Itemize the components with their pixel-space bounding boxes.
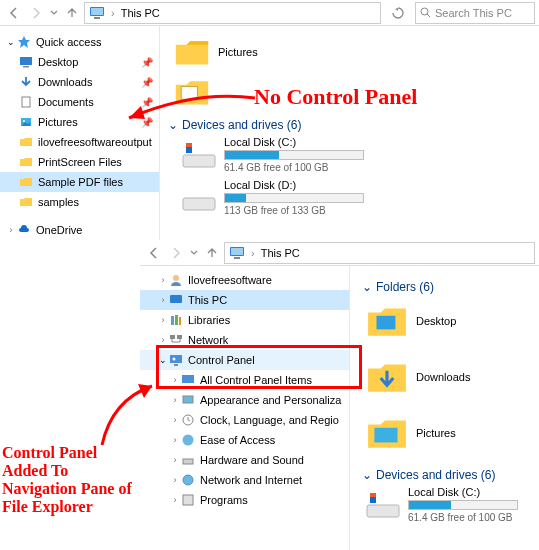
drive-item-c[interactable]: Local Disk (C:) 61.4 GB free of 100 GB: [182, 136, 535, 173]
nav-item-desktop[interactable]: Desktop📌: [0, 52, 159, 72]
svg-rect-6: [20, 57, 32, 65]
nav-item-appearance[interactable]: ›Appearance and Personaliza: [140, 390, 349, 410]
folder-large-icon: [366, 412, 408, 454]
nav-item-downloads[interactable]: Downloads📌: [0, 72, 159, 92]
svg-rect-2: [94, 17, 100, 19]
drive-item-c[interactable]: Local Disk (C:) 61.4 GB free of 100 GB: [366, 486, 531, 523]
nav-item-folder[interactable]: samples: [0, 192, 159, 212]
nav-item-control-panel[interactable]: ⌄Control Panel: [140, 350, 349, 370]
annotation-added-label: Control Panel Added To Navigation Pane o…: [2, 444, 142, 516]
this-pc-icon: [229, 245, 245, 261]
quick-access-group[interactable]: ⌄ Quick access: [0, 32, 159, 52]
svg-rect-18: [186, 143, 192, 147]
folder-item-downloads[interactable]: Downloads: [366, 356, 535, 398]
nav-history[interactable]: [188, 243, 200, 263]
nav-item-pictures[interactable]: Pictures📌: [0, 112, 159, 132]
folder-icon: [18, 194, 34, 210]
svg-rect-15: [181, 87, 197, 100]
nav-item-folder[interactable]: ilovefreesoftwareoutput: [0, 132, 159, 152]
nav-back[interactable]: [4, 3, 24, 23]
display-icon: [180, 392, 196, 408]
folder-open-icon: [174, 74, 210, 110]
svg-rect-28: [170, 335, 175, 339]
svg-rect-30: [170, 355, 182, 363]
chevron-right-icon: ›: [170, 435, 180, 445]
nav-item-folder[interactable]: PrintScreen Files: [0, 152, 159, 172]
ease-icon: [180, 432, 196, 448]
folder-item-pictures[interactable]: Pictures: [366, 412, 535, 454]
pin-icon: 📌: [141, 77, 153, 88]
svg-line-4: [427, 14, 430, 17]
chevron-down-icon: [190, 249, 198, 257]
svg-point-32: [173, 358, 176, 361]
arrow-left-icon: [147, 246, 161, 260]
nav-back[interactable]: [144, 243, 164, 263]
arrow-up-icon: [65, 6, 79, 20]
drive-item-d[interactable]: Local Disk (D:) 113 GB free of 133 GB: [182, 179, 535, 216]
nav-item-user[interactable]: ›Ilovefreesoftware: [140, 270, 349, 290]
nav-item-documents[interactable]: Documents📌: [0, 92, 159, 112]
pin-icon: 📌: [141, 57, 153, 68]
library-icon: [168, 312, 184, 328]
folder-item-pictures[interactable]: Pictures: [174, 34, 535, 70]
chevron-right-icon: ›: [158, 295, 168, 305]
navigation-pane: ⌄ Quick access Desktop📌 Downloads📌 Docum…: [0, 26, 160, 240]
refresh-icon: [392, 7, 404, 19]
section-devices[interactable]: ⌄Devices and drives (6): [362, 468, 535, 482]
svg-rect-33: [182, 375, 194, 383]
chevron-right-icon: ›: [170, 495, 180, 505]
nav-item-clock[interactable]: ›Clock, Language, and Regio: [140, 410, 349, 430]
control-panel-icon: [180, 372, 196, 388]
breadcrumb-bar[interactable]: › This PC: [84, 2, 381, 24]
folder-large-icon: [174, 34, 210, 70]
nav-forward[interactable]: [26, 3, 46, 23]
breadcrumb-text: This PC: [121, 7, 160, 19]
refresh-button[interactable]: [383, 7, 413, 19]
nav-item-ease[interactable]: ›Ease of Access: [140, 430, 349, 450]
section-devices[interactable]: ⌄ Devices and drives (6): [168, 118, 539, 132]
chevron-right-icon: ›: [170, 455, 180, 465]
nav-item-hardware[interactable]: ›Hardware and Sound: [140, 450, 349, 470]
nav-up[interactable]: [62, 3, 82, 23]
nav-item-all-cp[interactable]: ›All Control Panel Items: [140, 370, 349, 390]
screenshot-before: › This PC Search This PC ⌄ Quick access …: [0, 0, 539, 240]
folder-icon: [18, 174, 34, 190]
chevron-right-icon: ›: [158, 275, 168, 285]
folder-large-icon: [366, 300, 408, 342]
chevron-right-icon: ›: [158, 315, 168, 325]
breadcrumb-bar[interactable]: › This PC: [224, 242, 535, 264]
hardware-icon: [180, 452, 196, 468]
nav-history[interactable]: [48, 3, 60, 23]
folder-item-desktop[interactable]: Desktop: [366, 300, 535, 342]
nav-item-programs[interactable]: ›Programs: [140, 490, 349, 510]
svg-rect-42: [367, 505, 399, 517]
capacity-bar: [408, 500, 518, 510]
navigation-pane: ›Ilovefreesoftware ›This PC ›Libraries ›…: [140, 266, 350, 550]
folder-item-generic[interactable]: [174, 74, 535, 110]
svg-rect-29: [177, 335, 182, 339]
desktop-icon: [18, 54, 34, 70]
search-box[interactable]: Search This PC: [415, 2, 535, 24]
svg-rect-19: [183, 198, 215, 210]
arrow-right-icon: [169, 246, 183, 260]
svg-rect-41: [374, 428, 397, 443]
svg-rect-27: [179, 317, 181, 325]
svg-point-23: [173, 275, 179, 281]
nav-item-network-internet[interactable]: ›Network and Internet: [140, 470, 349, 490]
nav-item-folder-selected[interactable]: Sample PDF files: [0, 172, 159, 192]
nav-item-libraries[interactable]: ›Libraries: [140, 310, 349, 330]
nav-up[interactable]: [202, 243, 222, 263]
pin-icon: 📌: [141, 97, 153, 108]
nav-item-this-pc[interactable]: ›This PC: [140, 290, 349, 310]
folder-icon: [18, 134, 34, 150]
chevron-right-icon: ›: [158, 335, 168, 345]
svg-rect-21: [231, 248, 243, 255]
nav-item-network[interactable]: ›Network: [140, 330, 349, 350]
svg-marker-5: [18, 36, 30, 48]
clock-icon: [180, 412, 196, 428]
nav-onedrive[interactable]: › OneDrive: [0, 220, 159, 240]
screenshot-after: › This PC ›Ilovefreesoftware ›This PC ›L…: [140, 240, 539, 550]
network-icon: [168, 332, 184, 348]
section-folders[interactable]: ⌄Folders (6): [362, 280, 535, 294]
nav-forward[interactable]: [166, 243, 186, 263]
